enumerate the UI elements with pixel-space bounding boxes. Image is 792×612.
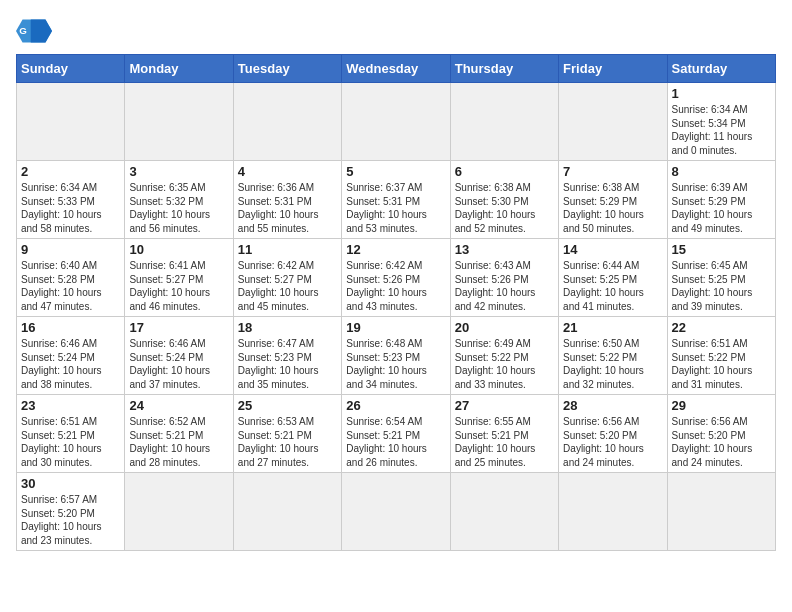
weekday-header-friday: Friday [559, 55, 667, 83]
day-info: Sunrise: 6:56 AM Sunset: 5:20 PM Dayligh… [672, 415, 771, 469]
day-info: Sunrise: 6:53 AM Sunset: 5:21 PM Dayligh… [238, 415, 337, 469]
calendar-cell: 23Sunrise: 6:51 AM Sunset: 5:21 PM Dayli… [17, 395, 125, 473]
day-info: Sunrise: 6:46 AM Sunset: 5:24 PM Dayligh… [21, 337, 120, 391]
calendar-cell: 27Sunrise: 6:55 AM Sunset: 5:21 PM Dayli… [450, 395, 558, 473]
calendar-cell [233, 473, 341, 551]
calendar-cell: 4Sunrise: 6:36 AM Sunset: 5:31 PM Daylig… [233, 161, 341, 239]
calendar-cell [233, 83, 341, 161]
calendar-week-4: 16Sunrise: 6:46 AM Sunset: 5:24 PM Dayli… [17, 317, 776, 395]
day-info: Sunrise: 6:49 AM Sunset: 5:22 PM Dayligh… [455, 337, 554, 391]
day-number: 12 [346, 242, 445, 257]
day-number: 28 [563, 398, 662, 413]
day-number: 17 [129, 320, 228, 335]
calendar-cell: 6Sunrise: 6:38 AM Sunset: 5:30 PM Daylig… [450, 161, 558, 239]
day-info: Sunrise: 6:34 AM Sunset: 5:33 PM Dayligh… [21, 181, 120, 235]
weekday-header-wednesday: Wednesday [342, 55, 450, 83]
calendar-cell [559, 473, 667, 551]
day-number: 23 [21, 398, 120, 413]
calendar-cell: 18Sunrise: 6:47 AM Sunset: 5:23 PM Dayli… [233, 317, 341, 395]
day-number: 24 [129, 398, 228, 413]
day-info: Sunrise: 6:40 AM Sunset: 5:28 PM Dayligh… [21, 259, 120, 313]
day-number: 11 [238, 242, 337, 257]
calendar-cell: 3Sunrise: 6:35 AM Sunset: 5:32 PM Daylig… [125, 161, 233, 239]
day-number: 29 [672, 398, 771, 413]
day-info: Sunrise: 6:57 AM Sunset: 5:20 PM Dayligh… [21, 493, 120, 547]
calendar-cell: 8Sunrise: 6:39 AM Sunset: 5:29 PM Daylig… [667, 161, 775, 239]
calendar-cell: 11Sunrise: 6:42 AM Sunset: 5:27 PM Dayli… [233, 239, 341, 317]
calendar-week-6: 30Sunrise: 6:57 AM Sunset: 5:20 PM Dayli… [17, 473, 776, 551]
day-number: 16 [21, 320, 120, 335]
calendar-cell: 16Sunrise: 6:46 AM Sunset: 5:24 PM Dayli… [17, 317, 125, 395]
logo: G [16, 16, 56, 46]
svg-marker-1 [31, 20, 52, 43]
day-info: Sunrise: 6:51 AM Sunset: 5:22 PM Dayligh… [672, 337, 771, 391]
day-info: Sunrise: 6:35 AM Sunset: 5:32 PM Dayligh… [129, 181, 228, 235]
day-number: 30 [21, 476, 120, 491]
calendar-cell [667, 473, 775, 551]
calendar-cell [17, 83, 125, 161]
weekday-header-tuesday: Tuesday [233, 55, 341, 83]
calendar-cell: 5Sunrise: 6:37 AM Sunset: 5:31 PM Daylig… [342, 161, 450, 239]
calendar-cell: 22Sunrise: 6:51 AM Sunset: 5:22 PM Dayli… [667, 317, 775, 395]
calendar-cell: 19Sunrise: 6:48 AM Sunset: 5:23 PM Dayli… [342, 317, 450, 395]
page-container: G SundayMondayTuesdayWednesdayThursdayFr… [16, 16, 776, 551]
day-number: 14 [563, 242, 662, 257]
calendar-cell: 29Sunrise: 6:56 AM Sunset: 5:20 PM Dayli… [667, 395, 775, 473]
calendar-week-5: 23Sunrise: 6:51 AM Sunset: 5:21 PM Dayli… [17, 395, 776, 473]
calendar-cell: 12Sunrise: 6:42 AM Sunset: 5:26 PM Dayli… [342, 239, 450, 317]
day-info: Sunrise: 6:41 AM Sunset: 5:27 PM Dayligh… [129, 259, 228, 313]
day-number: 4 [238, 164, 337, 179]
calendar-table: SundayMondayTuesdayWednesdayThursdayFrid… [16, 54, 776, 551]
calendar-cell [450, 83, 558, 161]
day-info: Sunrise: 6:42 AM Sunset: 5:26 PM Dayligh… [346, 259, 445, 313]
calendar-cell [125, 83, 233, 161]
day-info: Sunrise: 6:38 AM Sunset: 5:29 PM Dayligh… [563, 181, 662, 235]
day-number: 6 [455, 164, 554, 179]
day-number: 13 [455, 242, 554, 257]
day-info: Sunrise: 6:48 AM Sunset: 5:23 PM Dayligh… [346, 337, 445, 391]
calendar-week-1: 1Sunrise: 6:34 AM Sunset: 5:34 PM Daylig… [17, 83, 776, 161]
logo-icon: G [16, 16, 52, 46]
calendar-cell: 25Sunrise: 6:53 AM Sunset: 5:21 PM Dayli… [233, 395, 341, 473]
calendar-body: 1Sunrise: 6:34 AM Sunset: 5:34 PM Daylig… [17, 83, 776, 551]
day-info: Sunrise: 6:38 AM Sunset: 5:30 PM Dayligh… [455, 181, 554, 235]
header: G [16, 16, 776, 46]
day-info: Sunrise: 6:39 AM Sunset: 5:29 PM Dayligh… [672, 181, 771, 235]
calendar-week-2: 2Sunrise: 6:34 AM Sunset: 5:33 PM Daylig… [17, 161, 776, 239]
day-info: Sunrise: 6:54 AM Sunset: 5:21 PM Dayligh… [346, 415, 445, 469]
calendar-cell: 10Sunrise: 6:41 AM Sunset: 5:27 PM Dayli… [125, 239, 233, 317]
day-number: 18 [238, 320, 337, 335]
calendar-cell: 2Sunrise: 6:34 AM Sunset: 5:33 PM Daylig… [17, 161, 125, 239]
day-info: Sunrise: 6:34 AM Sunset: 5:34 PM Dayligh… [672, 103, 771, 157]
day-number: 10 [129, 242, 228, 257]
day-info: Sunrise: 6:47 AM Sunset: 5:23 PM Dayligh… [238, 337, 337, 391]
calendar-cell [342, 83, 450, 161]
day-info: Sunrise: 6:36 AM Sunset: 5:31 PM Dayligh… [238, 181, 337, 235]
day-info: Sunrise: 6:45 AM Sunset: 5:25 PM Dayligh… [672, 259, 771, 313]
day-number: 27 [455, 398, 554, 413]
day-number: 26 [346, 398, 445, 413]
day-number: 1 [672, 86, 771, 101]
day-number: 5 [346, 164, 445, 179]
day-info: Sunrise: 6:50 AM Sunset: 5:22 PM Dayligh… [563, 337, 662, 391]
weekday-header-row: SundayMondayTuesdayWednesdayThursdayFrid… [17, 55, 776, 83]
calendar-header: SundayMondayTuesdayWednesdayThursdayFrid… [17, 55, 776, 83]
calendar-cell: 20Sunrise: 6:49 AM Sunset: 5:22 PM Dayli… [450, 317, 558, 395]
day-info: Sunrise: 6:46 AM Sunset: 5:24 PM Dayligh… [129, 337, 228, 391]
calendar-cell: 9Sunrise: 6:40 AM Sunset: 5:28 PM Daylig… [17, 239, 125, 317]
calendar-cell: 30Sunrise: 6:57 AM Sunset: 5:20 PM Dayli… [17, 473, 125, 551]
day-info: Sunrise: 6:51 AM Sunset: 5:21 PM Dayligh… [21, 415, 120, 469]
day-number: 25 [238, 398, 337, 413]
calendar-cell: 26Sunrise: 6:54 AM Sunset: 5:21 PM Dayli… [342, 395, 450, 473]
calendar-cell: 24Sunrise: 6:52 AM Sunset: 5:21 PM Dayli… [125, 395, 233, 473]
day-number: 3 [129, 164, 228, 179]
day-info: Sunrise: 6:55 AM Sunset: 5:21 PM Dayligh… [455, 415, 554, 469]
weekday-header-monday: Monday [125, 55, 233, 83]
calendar-cell [450, 473, 558, 551]
weekday-header-thursday: Thursday [450, 55, 558, 83]
calendar-cell: 28Sunrise: 6:56 AM Sunset: 5:20 PM Dayli… [559, 395, 667, 473]
calendar-cell: 17Sunrise: 6:46 AM Sunset: 5:24 PM Dayli… [125, 317, 233, 395]
weekday-header-sunday: Sunday [17, 55, 125, 83]
calendar-cell [342, 473, 450, 551]
day-number: 9 [21, 242, 120, 257]
